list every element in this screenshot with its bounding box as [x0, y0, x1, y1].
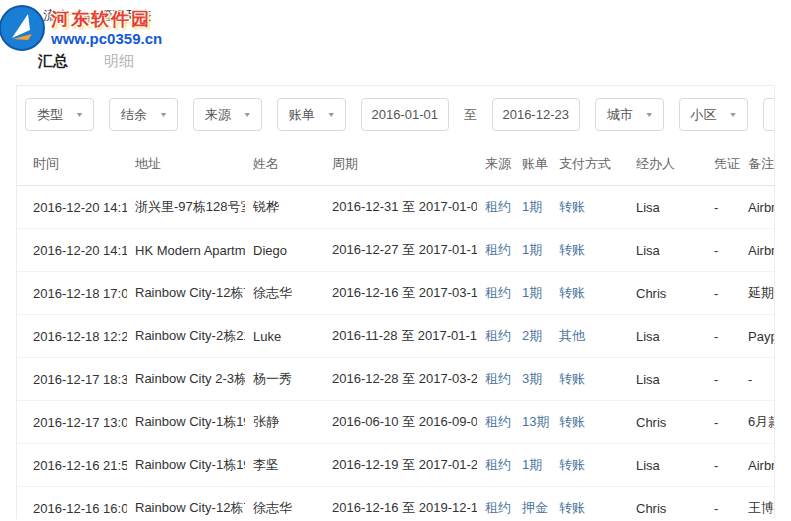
table-cell: - — [740, 358, 774, 401]
breadcrumb: ▦ 流水 ▤ 管理列表 — [0, 0, 791, 32]
table-cell: 转账 — [551, 272, 628, 315]
content-panel: 类型▼结余▼来源▼账单▼至城市▼小区▼支付方式▼ 时间地址姓名周期来源账单支付方… — [16, 85, 775, 519]
table-cell: 转账 — [551, 444, 628, 487]
column-header: 账单 — [514, 143, 551, 186]
table-cell: 13期 — [514, 401, 551, 444]
table-cell: Paypa... — [740, 315, 774, 358]
column-header: 地址 — [127, 143, 245, 186]
chevron-down-icon: ▼ — [159, 111, 168, 119]
balance-filter[interactable]: 结余▼ — [109, 98, 178, 131]
table-cell: Lisa — [628, 186, 706, 229]
table-cell: 锐桦 — [245, 186, 324, 229]
chevron-down-icon: ▼ — [75, 111, 84, 119]
table-cell: 杨一秀 — [245, 358, 324, 401]
table-row[interactable]: 2016-12-20 14:17:03浙兴里-97栋128号室锐桦2016-12… — [17, 186, 774, 229]
table-cell: 2016-06-10 至 2016-09-09 — [324, 401, 477, 444]
date-separator: 至 — [464, 106, 477, 124]
table-cell: 延期9... — [740, 272, 774, 315]
table-cell: 转账 — [551, 229, 628, 272]
breadcrumb-app[interactable]: 流水 — [43, 7, 69, 25]
table-cell: HK Modern Apartme... — [127, 229, 245, 272]
table-cell: Airbnb — [740, 186, 774, 229]
table-cell: Luke — [245, 315, 324, 358]
table-cell: Airbnb — [740, 229, 774, 272]
table-cell: 2016-11-28 至 2017-01-15 — [324, 315, 477, 358]
date-to-input[interactable] — [492, 98, 580, 131]
table-row[interactable]: 2016-12-20 14:16:40HK Modern Apartme...D… — [17, 229, 774, 272]
table-cell: 租约 — [477, 229, 514, 272]
table-cell: Chris — [628, 401, 706, 444]
table-row[interactable]: 2016-12-18 17:00:00Rainbow City-12栋70...… — [17, 272, 774, 315]
table-row[interactable]: 2016-12-16 16:04:06Rainbow City-12栋70...… — [17, 487, 774, 520]
transactions-table: 时间地址姓名周期来源账单支付方式经办人凭证备注 2016-12-20 14:17… — [17, 143, 774, 519]
table-cell: 租约 — [477, 272, 514, 315]
table-cell: 转账 — [551, 358, 628, 401]
table-cell: - — [706, 401, 740, 444]
table-cell: Lisa — [628, 229, 706, 272]
column-header: 周期 — [324, 143, 477, 186]
table-cell: Lisa — [628, 315, 706, 358]
chevron-down-icon: ▼ — [645, 111, 654, 119]
table-cell: 3期 — [514, 358, 551, 401]
table-cell: 2016-12-28 至 2017-03-27 — [324, 358, 477, 401]
table-cell: 1期 — [514, 444, 551, 487]
table-cell: 2016-12-18 12:26:38 — [17, 315, 127, 358]
table-cell: 2016-12-17 18:32:21 — [17, 358, 127, 401]
table-cell: 转账 — [551, 487, 628, 520]
table-cell: Rainbow City-12栋70... — [127, 272, 245, 315]
type-filter[interactable]: 类型▼ — [25, 98, 94, 131]
table-row[interactable]: 2016-12-17 13:00:00Rainbow City-1栋190...… — [17, 401, 774, 444]
payment-method-filter[interactable]: 支付方式▼ — [763, 98, 774, 131]
table-cell: 2016-12-20 14:17:03 — [17, 186, 127, 229]
table-cell: 徐志华 — [245, 272, 324, 315]
bill-filter[interactable]: 账单▼ — [277, 98, 346, 131]
table-cell: - — [706, 444, 740, 487]
table-row[interactable]: 2016-12-17 18:32:21Rainbow City 2-3栋1...… — [17, 358, 774, 401]
table-cell: Rainbow City-1栋190... — [127, 401, 245, 444]
table-cell: Rainbow City-1栋190... — [127, 444, 245, 487]
table-cell: 李坚 — [245, 444, 324, 487]
table-container: 时间地址姓名周期来源账单支付方式经办人凭证备注 2016-12-20 14:17… — [17, 143, 774, 519]
app-grid-icon: ▦ — [22, 10, 34, 23]
table-cell: 租约 — [477, 358, 514, 401]
breadcrumb-page[interactable]: 管理列表 — [100, 7, 152, 25]
table-cell: 2016-12-16 至 2019-12-15 — [324, 487, 477, 520]
tab-bar: 汇总明细 — [0, 32, 791, 85]
column-header: 凭证 — [706, 143, 740, 186]
table-header-row: 时间地址姓名周期来源账单支付方式经办人凭证备注 — [17, 143, 774, 186]
city-filter[interactable]: 城市▼ — [595, 98, 664, 131]
table-cell: Chris — [628, 272, 706, 315]
table-cell: 租约 — [477, 444, 514, 487]
table-cell: Diego — [245, 229, 324, 272]
table-cell: Lisa — [628, 444, 706, 487]
table-row[interactable]: 2016-12-18 12:26:38Rainbow City-2栋210...… — [17, 315, 774, 358]
table-cell: Chris — [628, 487, 706, 520]
table-cell: 1期 — [514, 229, 551, 272]
table-cell: - — [706, 186, 740, 229]
column-header: 经办人 — [628, 143, 706, 186]
column-header: 备注 — [740, 143, 774, 186]
column-header: 姓名 — [245, 143, 324, 186]
chevron-down-icon: ▼ — [729, 111, 738, 119]
table-cell: 租约 — [477, 401, 514, 444]
table-cell: 2016-12-20 14:16:40 — [17, 229, 127, 272]
table-cell: 租约 — [477, 487, 514, 520]
table-cell: 2016-12-18 17:00:00 — [17, 272, 127, 315]
tab-0[interactable]: 汇总 — [38, 52, 68, 71]
table-cell: 租约 — [477, 315, 514, 358]
tab-1[interactable]: 明细 — [104, 52, 134, 71]
dropdown-label: 类型 — [37, 106, 63, 124]
table-row[interactable]: 2016-12-16 21:59:50Rainbow City-1栋190...… — [17, 444, 774, 487]
table-cell: 转账 — [551, 401, 628, 444]
chevron-down-icon: ▼ — [243, 111, 252, 119]
table-cell: 浙兴里-97栋128号室 — [127, 186, 245, 229]
table-cell: Rainbow City 2-3栋1... — [127, 358, 245, 401]
table-cell: 2期 — [514, 315, 551, 358]
table-cell: 2016-12-17 13:00:00 — [17, 401, 127, 444]
date-from-input[interactable] — [361, 98, 449, 131]
table-cell: 2016-12-16 21:59:50 — [17, 444, 127, 487]
table-cell: Lisa — [628, 358, 706, 401]
community-filter[interactable]: 小区▼ — [679, 98, 748, 131]
source-filter[interactable]: 来源▼ — [193, 98, 262, 131]
table-cell: 王博垫... — [740, 487, 774, 520]
